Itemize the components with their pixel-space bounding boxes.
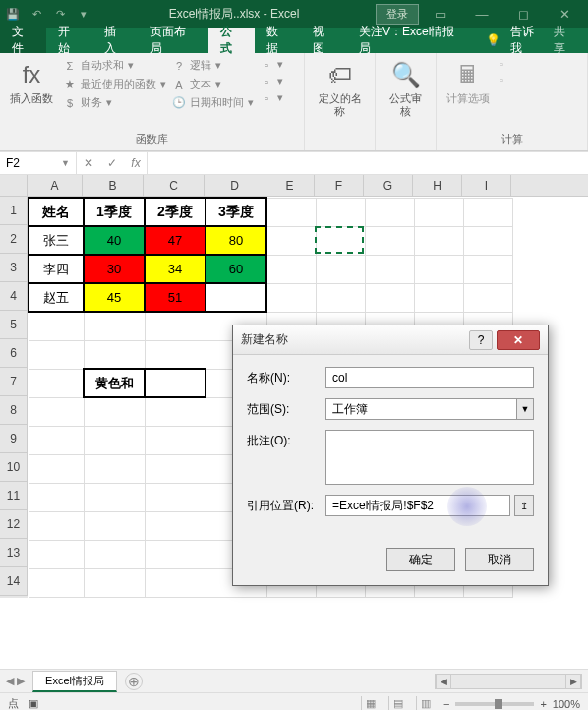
cell-B1[interactable]: 1季度 <box>84 198 145 226</box>
autosum-button[interactable]: Σ自动求和 ▾ <box>63 57 166 74</box>
row-8[interactable]: 8 <box>0 396 28 425</box>
tab-file[interactable]: 文件 <box>0 28 46 53</box>
tab-insert[interactable]: 插入 <box>92 28 139 53</box>
add-sheet-icon[interactable]: ⊕ <box>125 673 143 690</box>
cell-B3[interactable]: 30 <box>84 255 145 283</box>
row-5[interactable]: 5 <box>0 311 28 339</box>
tab-home[interactable]: 开始 <box>46 28 92 53</box>
cell-C1[interactable]: 2季度 <box>145 198 206 226</box>
cell-D3[interactable]: 60 <box>206 255 266 283</box>
tab-follow[interactable]: 关注V：Excel情报局 <box>347 28 474 53</box>
scope-select[interactable] <box>325 398 516 420</box>
tab-view[interactable]: 视图 <box>301 28 347 53</box>
row-4[interactable]: 4 <box>0 282 28 311</box>
name-input[interactable] <box>325 367 534 388</box>
cell-D2[interactable]: 80 <box>206 226 266 255</box>
datetime-button[interactable]: 🕒日期和时间 ▾ <box>172 94 254 111</box>
row-3[interactable]: 3 <box>0 254 28 282</box>
calc-options-button[interactable]: 🖩计算选项 <box>442 57 494 109</box>
define-name-button[interactable]: 🏷定义的名称 <box>311 57 369 122</box>
col-A[interactable]: A <box>28 175 83 196</box>
fx-button-icon[interactable]: fx <box>124 152 147 174</box>
macro-record-icon[interactable]: ▣ <box>29 697 38 710</box>
cell-B2[interactable]: 40 <box>84 226 145 255</box>
help-icon[interactable]: ? <box>469 330 493 350</box>
text-button[interactable]: A文本 ▾ <box>172 76 254 92</box>
cell-D4[interactable] <box>206 283 266 312</box>
page-layout-icon[interactable]: ▤ <box>388 696 408 711</box>
maximize-icon[interactable]: ◻ <box>503 2 543 26</box>
row-1[interactable]: 1 <box>0 197 28 225</box>
more-button[interactable]: ▫▾ <box>260 90 283 105</box>
close-icon[interactable]: ✕ <box>545 2 584 26</box>
col-F[interactable]: F <box>315 175 364 196</box>
col-I[interactable]: I <box>462 175 511 196</box>
logical-button[interactable]: ?逻辑 ▾ <box>172 57 254 74</box>
tell-me[interactable]: 告诉我 <box>510 24 544 57</box>
cell-C3[interactable]: 34 <box>145 255 206 283</box>
cell-C4[interactable]: 51 <box>145 283 206 312</box>
row-7[interactable]: 7 <box>0 368 28 396</box>
col-E[interactable]: E <box>265 175 315 196</box>
row-12[interactable]: 12 <box>0 510 28 539</box>
cell-B4[interactable]: 45 <box>84 283 145 312</box>
financial-button[interactable]: $财务 ▾ <box>63 94 166 111</box>
col-C[interactable]: C <box>144 175 205 196</box>
cancel-formula-icon[interactable]: ✕ <box>77 152 100 174</box>
cell-D1[interactable]: 3季度 <box>206 198 266 226</box>
minimize-icon[interactable]: — <box>462 2 501 26</box>
sheet-tab[interactable]: Excel情报局 <box>32 671 117 692</box>
cell-B7[interactable]: 黄色和 <box>84 369 145 397</box>
horizontal-scrollbar[interactable]: ◀ ▶ <box>435 674 582 689</box>
cell-A3[interactable]: 李四 <box>29 255 84 283</box>
login-button[interactable]: 登录 <box>376 4 419 25</box>
col-D[interactable]: D <box>205 175 265 196</box>
tab-formula[interactable]: 公式 <box>208 28 255 53</box>
tab-data[interactable]: 数据 <box>255 28 301 53</box>
name-box[interactable]: F2▼ <box>0 152 77 174</box>
col-G[interactable]: G <box>364 175 413 196</box>
row-6[interactable]: 6 <box>0 339 28 368</box>
sheet-nav[interactable]: ◀ ▶ <box>6 675 25 687</box>
cell-A2[interactable]: 张三 <box>29 226 84 255</box>
zoom-level[interactable]: 100% <box>553 698 580 710</box>
cell-E1[interactable] <box>266 198 316 226</box>
enter-formula-icon[interactable]: ✓ <box>100 152 124 174</box>
row-11[interactable]: 11 <box>0 482 28 510</box>
col-H[interactable]: H <box>413 175 462 196</box>
ribbon-options-icon[interactable]: ▭ <box>421 2 460 26</box>
col-B[interactable]: B <box>83 175 144 196</box>
recent-functions-button[interactable]: ★最近使用的函数 ▾ <box>63 76 166 92</box>
cell-E2[interactable] <box>266 226 316 255</box>
ok-button[interactable]: 确定 <box>386 548 455 571</box>
chevron-down-icon[interactable]: ▼ <box>61 158 70 168</box>
cell-G1[interactable] <box>365 198 414 226</box>
zoom-slider[interactable] <box>455 702 534 706</box>
dialog-titlebar[interactable]: 新建名称 ? ✕ <box>233 325 548 355</box>
cell-A4[interactable]: 赵五 <box>29 283 84 312</box>
dialog-close-icon[interactable]: ✕ <box>497 330 540 350</box>
select-all-corner[interactable] <box>0 175 28 196</box>
save-icon[interactable]: 💾 <box>4 5 22 23</box>
cancel-button[interactable]: 取消 <box>465 548 534 571</box>
row-14[interactable]: 14 <box>0 567 28 596</box>
math-button[interactable]: ▫▾ <box>260 74 283 89</box>
undo-icon[interactable]: ↶ <box>28 5 45 23</box>
insert-function-button[interactable]: fx 插入函数 <box>6 57 57 109</box>
zoom-out-icon[interactable]: − <box>443 698 449 710</box>
cell-A1[interactable]: 姓名 <box>29 198 84 226</box>
comment-textarea[interactable] <box>325 430 534 485</box>
cell-C2[interactable]: 47 <box>145 226 206 255</box>
collapse-dialog-icon[interactable]: ↥ <box>514 495 534 516</box>
redo-icon[interactable]: ↷ <box>51 5 69 23</box>
tab-layout[interactable]: 页面布局 <box>139 28 207 53</box>
cell-F1[interactable] <box>316 198 365 226</box>
cell-H1[interactable] <box>414 198 463 226</box>
row-2[interactable]: 2 <box>0 225 28 254</box>
share-button[interactable]: 共享 <box>554 24 576 57</box>
cell-C7[interactable] <box>145 369 206 397</box>
scroll-right-icon[interactable]: ▶ <box>565 675 581 688</box>
row-10[interactable]: 10 <box>0 453 28 482</box>
normal-view-icon[interactable]: ▦ <box>361 696 381 711</box>
page-break-icon[interactable]: ▥ <box>416 696 436 711</box>
